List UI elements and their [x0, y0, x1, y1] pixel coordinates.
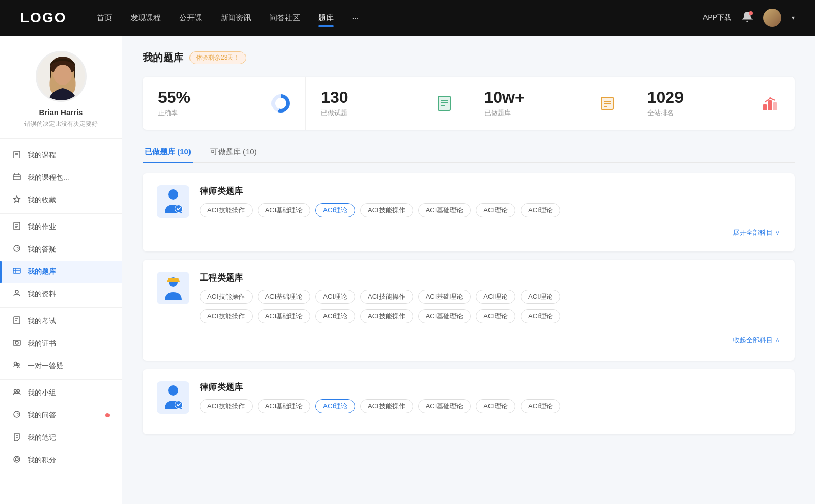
nav-question-bank[interactable]: 题库 — [318, 11, 334, 25]
tab-available-banks[interactable]: 可做题库 (10) — [208, 142, 259, 162]
svg-rect-7 — [13, 175, 20, 180]
qa-notification-dot — [105, 413, 110, 417]
qbank-card-lawyer-1: 律师类题库 ACI技能操作 ACI基础理论 ACI理论 ACI技能操作 ACI基… — [143, 173, 795, 251]
tag-2-12[interactable]: ACI基础理论 — [418, 309, 471, 323]
stat-banks-value: 10w+ — [484, 89, 590, 105]
main-content: 我的题库 体验剩余23天！ 55% 正确率 130 已做试题 — [122, 36, 815, 504]
nav-news[interactable]: 新闻资讯 — [221, 11, 251, 25]
course-package-icon — [12, 173, 21, 183]
tag-2-10[interactable]: ACI理论 — [315, 309, 355, 323]
tag-3-6[interactable]: ACI理论 — [476, 399, 515, 413]
sidebar-item-course-package[interactable]: 我的课程包... — [0, 166, 122, 189]
sidebar-item-group[interactable]: 我的小组 — [0, 382, 122, 404]
sidebar-item-qa[interactable]: ? 我的答疑 — [0, 238, 122, 261]
stat-done-value: 130 — [321, 89, 426, 105]
sidebar-item-notes[interactable]: 我的笔记 — [0, 427, 122, 449]
sidebar-item-question-bank[interactable]: 我的题库 — [0, 261, 122, 283]
expand-button-1[interactable]: 展开全部科目 ∨ — [157, 226, 780, 239]
favorites-icon — [12, 195, 21, 205]
tag-2-11[interactable]: ACI技能操作 — [360, 309, 413, 323]
sidebar-item-points[interactable]: 我的积分 — [0, 449, 122, 471]
qbank-info-2: 工程类题库 ACI技能操作 ACI基础理论 ACI理论 ACI技能操作 ACI基… — [200, 272, 780, 323]
tag-1-7[interactable]: ACI理论 — [521, 203, 560, 217]
main-header: LOGO 首页 发现课程 公开课 新闻资讯 问答社区 题库 ··· APP下载 … — [0, 0, 815, 36]
svg-rect-18 — [13, 268, 20, 273]
tag-2-3[interactable]: ACI理论 — [315, 290, 355, 304]
sidebar-item-one-on-one[interactable]: 一对一答疑 — [0, 355, 122, 377]
nav-qa[interactable]: 问答社区 — [269, 11, 300, 25]
notification-dot — [749, 11, 753, 15]
sidebar-label-my-course: 我的课程 — [28, 151, 110, 160]
nav-open-course[interactable]: 公开课 — [179, 11, 202, 25]
tag-2-1[interactable]: ACI技能操作 — [200, 290, 253, 304]
svg-point-3 — [53, 65, 72, 85]
tag-2-6[interactable]: ACI理论 — [476, 290, 515, 304]
svg-point-21 — [15, 290, 18, 293]
engineer-icon — [157, 272, 189, 304]
tags-row-2a: ACI技能操作 ACI基础理论 ACI理论 ACI技能操作 ACI基础理论 AC… — [200, 290, 780, 304]
profile-motto: 错误的决定比没有决定要好 — [24, 120, 98, 128]
qbank-title-2: 工程类题库 — [200, 272, 780, 284]
tag-3-7[interactable]: ACI理论 — [521, 399, 560, 413]
exam-icon — [12, 316, 21, 326]
sidebar-item-my-course[interactable]: 我的课程 — [0, 144, 122, 166]
tag-2-4[interactable]: ACI技能操作 — [360, 290, 413, 304]
svg-text:?: ? — [16, 246, 19, 251]
svg-point-51 — [168, 189, 178, 200]
my-course-icon — [12, 150, 21, 160]
tag-3-1[interactable]: ACI技能操作 — [200, 399, 253, 413]
tag-2-9[interactable]: ACI基础理论 — [258, 309, 311, 323]
sidebar-item-my-qa[interactable]: ? 我的问答 — [0, 404, 122, 427]
tag-1-5[interactable]: ACI基础理论 — [418, 203, 471, 217]
tag-2-7[interactable]: ACI理论 — [521, 290, 560, 304]
nav-discover[interactable]: 发现课程 — [130, 11, 161, 25]
nav-home[interactable]: 首页 — [97, 11, 112, 25]
tag-3-5[interactable]: ACI基础理论 — [418, 399, 471, 413]
qbank-title-1: 律师类题库 — [200, 185, 780, 197]
tag-2-2[interactable]: ACI基础理论 — [258, 290, 311, 304]
tag-1-4[interactable]: ACI技能操作 — [360, 203, 413, 217]
avatar-image — [763, 9, 781, 27]
user-menu-chevron[interactable]: ▾ — [792, 14, 795, 21]
sidebar-item-profile[interactable]: 我的资料 — [0, 283, 122, 305]
main-nav: 首页 发现课程 公开课 新闻资讯 问答社区 题库 ··· — [97, 11, 703, 25]
question-bank-icon — [12, 267, 21, 277]
one-on-one-icon — [12, 361, 21, 371]
notification-bell[interactable] — [742, 11, 753, 24]
tab-done-banks[interactable]: 已做题库 (10) — [143, 142, 193, 162]
tag-1-2[interactable]: ACI基础理论 — [258, 203, 311, 217]
profile-avatar[interactable] — [36, 51, 87, 102]
sidebar-item-exam[interactable]: 我的考试 — [0, 310, 122, 332]
tag-2-14[interactable]: ACI理论 — [521, 309, 560, 323]
tag-2-5[interactable]: ACI基础理论 — [418, 290, 471, 304]
main-layout: Brian Harris 错误的决定比没有决定要好 我的课程 我的课程包... — [0, 36, 815, 504]
tag-1-3[interactable]: ACI理论 — [315, 203, 355, 217]
collapse-button[interactable]: 收起全部科目 ∧ — [157, 331, 780, 349]
app-download-button[interactable]: APP下载 — [703, 13, 731, 22]
svg-point-28 — [17, 363, 19, 366]
sidebar-divider-3 — [0, 379, 122, 380]
tag-3-2[interactable]: ACI基础理论 — [258, 399, 311, 413]
qbank-card-lawyer-2: 律师类题库 ACI技能操作 ACI基础理论 ACI理论 ACI技能操作 ACI基… — [143, 369, 795, 434]
tag-2-13[interactable]: ACI理论 — [476, 309, 515, 323]
stat-ranking-value: 1029 — [647, 89, 753, 105]
page-title: 我的题库 — [143, 51, 183, 65]
tag-2-8[interactable]: ACI技能操作 — [200, 309, 253, 323]
tag-1-6[interactable]: ACI理论 — [476, 203, 515, 217]
sidebar: Brian Harris 错误的决定比没有决定要好 我的课程 我的课程包... — [0, 36, 122, 504]
sidebar-item-certificate[interactable]: 我的证书 — [0, 332, 122, 355]
nav-more[interactable]: ··· — [352, 11, 359, 25]
trial-badge: 体验剩余23天！ — [189, 51, 246, 64]
tag-3-4[interactable]: ACI技能操作 — [360, 399, 413, 413]
tag-3-3[interactable]: ACI理论 — [315, 399, 355, 413]
svg-rect-56 — [167, 280, 180, 282]
user-avatar[interactable] — [763, 9, 781, 27]
sidebar-item-favorites[interactable]: 我的收藏 — [0, 189, 122, 211]
svg-point-35 — [14, 456, 20, 462]
sidebar-item-homework[interactable]: 我的作业 — [0, 216, 122, 238]
tag-1-1[interactable]: ACI技能操作 — [200, 203, 253, 217]
header-right: APP下载 ▾ — [703, 9, 795, 27]
tags-row-1: ACI技能操作 ACI基础理论 ACI理论 ACI技能操作 ACI基础理论 AC… — [200, 203, 780, 217]
lawyer-icon-2 — [157, 381, 189, 414]
tags-row-2b: ACI技能操作 ACI基础理论 ACI理论 ACI技能操作 ACI基础理论 AC… — [200, 309, 780, 323]
